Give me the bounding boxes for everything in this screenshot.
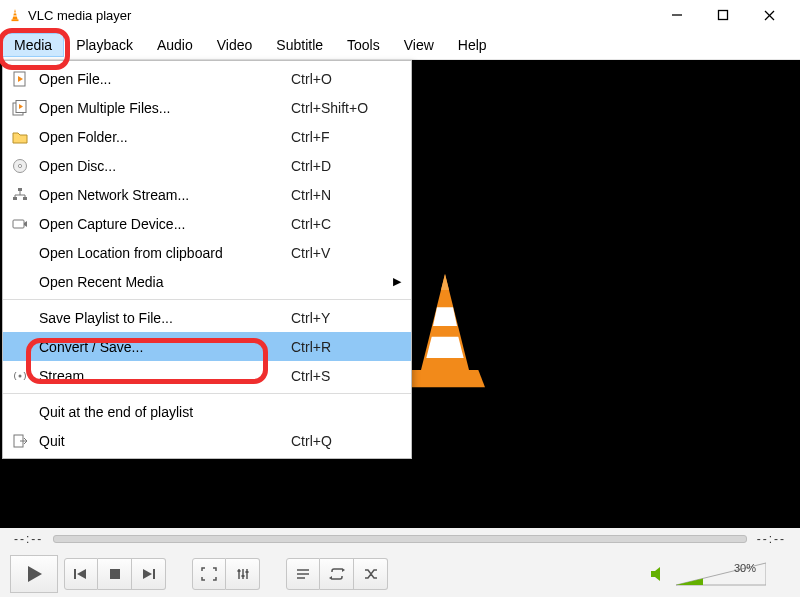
blank-icon	[9, 243, 31, 263]
menu-item-label: Open Folder...	[39, 129, 291, 145]
window-title: VLC media player	[28, 8, 654, 23]
svg-rect-2	[14, 12, 17, 13]
svg-rect-33	[74, 569, 76, 579]
menu-item-label: Quit	[39, 433, 291, 449]
volume-slider[interactable]: 30%	[676, 561, 766, 587]
blank-icon	[9, 308, 31, 328]
menu-open-recent-media[interactable]: Open Recent Media ▶	[3, 267, 411, 296]
menu-item-shortcut: Ctrl+F	[291, 129, 391, 145]
blank-icon	[9, 272, 31, 292]
shuffle-button[interactable]	[354, 558, 388, 590]
menu-item-shortcut: Ctrl+Y	[291, 310, 391, 326]
svg-rect-24	[23, 197, 27, 200]
menu-stream[interactable]: Stream... Ctrl+S	[3, 361, 411, 390]
menu-playback[interactable]: Playback	[64, 33, 145, 57]
blank-icon	[9, 402, 31, 422]
svg-marker-11	[426, 337, 463, 358]
extended-settings-button[interactable]	[226, 558, 260, 590]
menu-help[interactable]: Help	[446, 33, 499, 57]
submenu-arrow-icon: ▶	[391, 275, 401, 288]
volume-control[interactable]: 30%	[650, 561, 790, 587]
time-total: --:--	[757, 532, 786, 546]
speaker-icon	[650, 566, 668, 582]
svg-rect-35	[110, 569, 120, 579]
menu-convert-save[interactable]: Convert / Save... Ctrl+R	[3, 332, 411, 361]
menu-open-capture-device[interactable]: Open Capture Device... Ctrl+C	[3, 209, 411, 238]
menu-item-shortcut: Ctrl+R	[291, 339, 391, 355]
stop-button[interactable]	[98, 558, 132, 590]
capture-icon	[9, 214, 31, 234]
controls-bar: --:-- --:-- 30%	[0, 528, 800, 597]
menu-quit[interactable]: Quit Ctrl+Q	[3, 426, 411, 455]
menu-item-shortcut: Ctrl+D	[291, 158, 391, 174]
seek-slider[interactable]	[53, 535, 746, 543]
menu-item-label: Convert / Save...	[39, 339, 291, 355]
svg-marker-32	[28, 566, 42, 582]
menu-item-label: Stream...	[39, 368, 291, 384]
menu-video[interactable]: Video	[205, 33, 265, 57]
menu-item-shortcut: Ctrl+Shift+O	[291, 100, 391, 116]
svg-rect-3	[13, 15, 17, 16]
menu-item-label: Open Recent Media	[39, 274, 291, 290]
menu-item-label: Open Location from clipboard	[39, 245, 291, 261]
fullscreen-button[interactable]	[192, 558, 226, 590]
title-bar: VLC media player	[0, 0, 800, 30]
svg-rect-20	[18, 188, 22, 191]
svg-marker-0	[12, 9, 17, 20]
svg-marker-12	[405, 370, 485, 387]
menu-open-network-stream[interactable]: Open Network Stream... Ctrl+N	[3, 180, 411, 209]
folder-icon	[9, 127, 31, 147]
menu-save-playlist-to-file[interactable]: Save Playlist to File... Ctrl+Y	[3, 303, 411, 332]
svg-rect-42	[241, 575, 244, 577]
menu-open-multiple-files[interactable]: Open Multiple Files... Ctrl+Shift+O	[3, 93, 411, 122]
svg-marker-14	[18, 76, 23, 82]
menu-bar: Media Playback Audio Video Subtitle Tool…	[0, 30, 800, 60]
menu-tools[interactable]: Tools	[335, 33, 392, 57]
playlist-button[interactable]	[286, 558, 320, 590]
close-button[interactable]	[746, 0, 792, 30]
svg-marker-49	[651, 567, 660, 581]
menu-view[interactable]: View	[392, 33, 446, 57]
minimize-button[interactable]	[654, 0, 700, 30]
menu-item-shortcut: Ctrl+C	[291, 216, 391, 232]
menu-item-shortcut: Ctrl+O	[291, 71, 391, 87]
vlc-cone-background-icon	[405, 240, 485, 420]
menu-open-file[interactable]: Open File... Ctrl+O	[3, 64, 411, 93]
menu-item-label: Open Disc...	[39, 158, 291, 174]
menu-item-shortcut: Ctrl+V	[291, 245, 391, 261]
svg-rect-1	[12, 19, 19, 21]
svg-rect-23	[13, 197, 17, 200]
svg-point-19	[18, 164, 21, 167]
svg-marker-10	[433, 307, 457, 326]
menu-item-shortcut: Ctrl+N	[291, 187, 391, 203]
maximize-button[interactable]	[700, 0, 746, 30]
file-play-icon	[9, 69, 31, 89]
volume-percent: 30%	[734, 562, 756, 574]
previous-button[interactable]	[64, 558, 98, 590]
menu-item-label: Open Multiple Files...	[39, 100, 291, 116]
menu-item-label: Open File...	[39, 71, 291, 87]
menu-item-label: Open Network Stream...	[39, 187, 291, 203]
loop-button[interactable]	[320, 558, 354, 590]
play-button[interactable]	[10, 555, 58, 593]
vlc-cone-icon	[8, 8, 22, 22]
blank-icon	[9, 337, 31, 357]
menu-item-label: Save Playlist to File...	[39, 310, 291, 326]
menu-open-folder[interactable]: Open Folder... Ctrl+F	[3, 122, 411, 151]
svg-rect-27	[13, 220, 24, 228]
menu-item-label: Quit at the end of playlist	[39, 404, 291, 420]
svg-rect-43	[245, 571, 248, 573]
svg-marker-9	[441, 274, 449, 290]
menu-quit-at-end-of-playlist[interactable]: Quit at the end of playlist	[3, 397, 411, 426]
next-button[interactable]	[132, 558, 166, 590]
svg-rect-37	[153, 569, 155, 579]
time-elapsed: --:--	[14, 532, 43, 546]
menu-open-disc[interactable]: Open Disc... Ctrl+D	[3, 151, 411, 180]
svg-marker-47	[342, 568, 345, 572]
menu-media[interactable]: Media	[2, 33, 64, 57]
svg-point-29	[19, 374, 22, 377]
menu-open-location-clipboard[interactable]: Open Location from clipboard Ctrl+V	[3, 238, 411, 267]
menu-audio[interactable]: Audio	[145, 33, 205, 57]
svg-marker-34	[77, 569, 86, 579]
menu-subtitle[interactable]: Subtitle	[264, 33, 335, 57]
